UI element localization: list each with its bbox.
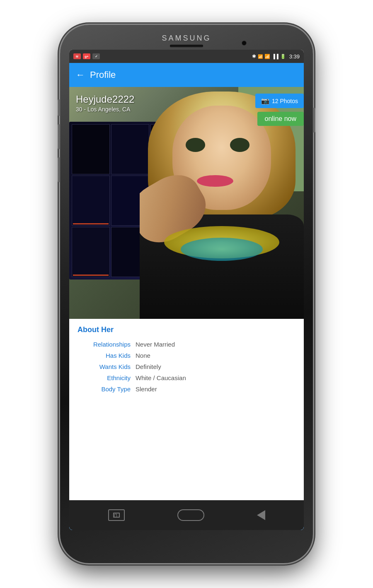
photos-button[interactable]: 📷 12 Photos — [255, 94, 304, 108]
about-title: About Her — [78, 325, 295, 334]
nav-home-button[interactable] — [177, 509, 204, 521]
camera-button — [58, 157, 60, 182]
nav-recents-button[interactable] — [108, 509, 125, 521]
profile-photo-area: Heyjude2222 30 - Los Angeles, CA 📷 12 Ph… — [69, 87, 304, 319]
time-display: 3:39 — [289, 53, 300, 60]
navigation-bar — [69, 500, 304, 530]
detail-row-ethnicity: Ethnicity White / Caucasian — [78, 374, 295, 381]
signal-icon: 📶 — [258, 54, 263, 59]
monitor-cell — [72, 227, 110, 277]
back-button[interactable]: ← — [76, 70, 85, 80]
speaker-grille — [170, 45, 203, 47]
monitor-cell — [72, 124, 110, 174]
check-icon: ✓ — [92, 53, 100, 59]
signal-bars-icon: ▐▐ — [272, 54, 279, 59]
brand-logo: SAMSUNG — [162, 34, 211, 43]
nav-back-button[interactable] — [257, 510, 265, 520]
detail-value-relationships: Never Married — [136, 341, 175, 348]
detail-value-wantskids: Definitely — [136, 363, 161, 370]
profile-details: Relationships Never Married Has Kids Non… — [78, 341, 295, 393]
bluetooth-icon: ✱ — [252, 53, 256, 59]
detail-value-haskids: None — [136, 352, 150, 359]
about-section: About Her Relationships Never Married Ha… — [69, 319, 304, 507]
gplus-icon: g+ — [83, 53, 90, 59]
status-icons-right: ✱ 📶 📶 ▐▐ 🔋 3:39 — [252, 53, 300, 60]
battery-icon: 🔋 — [280, 54, 286, 59]
detail-label-wantskids: Wants Kids — [78, 363, 136, 370]
wifi-icon: 📶 — [264, 54, 270, 59]
status-bar: M g+ ✓ ✱ 📶 📶 ▐▐ 🔋 3:39 — [69, 50, 304, 63]
detail-label-bodytype: Body Type — [78, 386, 136, 393]
online-badge: online now — [257, 112, 304, 126]
page-title: Profile — [90, 70, 116, 80]
gmail-icon: M — [73, 53, 81, 59]
power-button — [313, 108, 315, 133]
detail-row-bodytype: Body Type Slender — [78, 386, 295, 393]
monitor-cell — [72, 176, 110, 226]
detail-value-ethnicity: White / Caucasian — [136, 374, 186, 381]
app-bar: ← Profile — [69, 63, 304, 87]
detail-label-haskids: Has Kids — [78, 352, 136, 359]
camera-icon: 📷 — [261, 97, 269, 105]
front-camera — [242, 41, 247, 46]
phone-shell: SAMSUNG M g+ ✓ ✱ 📶 📶 ▐▐ 🔋 — [60, 25, 313, 563]
photos-count-label: 12 Photos — [272, 98, 298, 104]
detail-row-wantskids: Wants Kids Definitely — [78, 363, 295, 370]
detail-row-relationships: Relationships Never Married — [78, 341, 295, 348]
detail-label-relationships: Relationships — [78, 341, 136, 348]
status-icons-left: M g+ ✓ — [73, 53, 100, 59]
volume-down-button — [58, 124, 60, 149]
volume-up-button — [58, 99, 60, 116]
screen: M g+ ✓ ✱ 📶 📶 ▐▐ 🔋 3:39 ← Profile — [69, 50, 304, 530]
detail-value-bodytype: Slender — [136, 386, 157, 393]
detail-label-ethnicity: Ethnicity — [78, 374, 136, 381]
detail-row-haskids: Has Kids None — [78, 352, 295, 359]
